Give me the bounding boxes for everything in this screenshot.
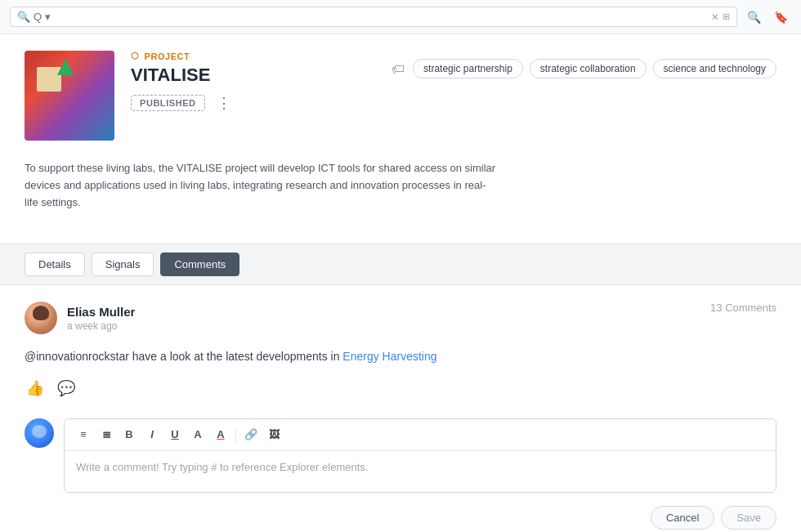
published-badge: PUBLISHED — [131, 95, 205, 111]
comment-body: @innovationrockstar have a look at the l… — [25, 347, 776, 365]
dropdown-icon[interactable]: ⊞ — [723, 11, 730, 22]
toolbar-text-color[interactable]: A — [187, 424, 208, 445]
editor-placeholder[interactable]: Write a comment! Try typing # to referen… — [65, 451, 776, 492]
main-content: ⬡ PROJECT VITALISE PUBLISHED ⋮ 🏷 strateg… — [0, 34, 801, 244]
search-bar: 🔍 ✕ ⊞ 🔍 🔖 — [0, 0, 801, 34]
toolbar-underline[interactable]: U — [164, 424, 186, 445]
project-title: VITALISE — [131, 65, 375, 86]
project-meta: PUBLISHED ⋮ — [131, 94, 375, 112]
comment-count: 13 Comments — [710, 302, 776, 314]
tags-container: 🏷 strategic partnership strategic collab… — [392, 51, 776, 78]
search-input-wrapper: 🔍 ✕ ⊞ — [10, 7, 737, 27]
comment-header: Elias Muller a week ago 13 Comments — [25, 302, 776, 334]
project-type: ⬡ PROJECT — [131, 51, 375, 61]
user-name: Elias Muller — [67, 305, 135, 319]
comment-user: Elias Muller a week ago — [25, 302, 135, 334]
user-time: a week ago — [67, 320, 135, 332]
toolbar-divider — [235, 427, 236, 442]
tag-strategic-partnership[interactable]: strategic partnership — [413, 59, 523, 78]
toolbar-numbered-list[interactable]: ≣ — [96, 424, 117, 445]
editor-footer: Cancel Save — [25, 493, 776, 530]
tag-science-technology[interactable]: science and technology — [653, 59, 776, 78]
save-button[interactable]: Save — [721, 506, 776, 530]
tab-details[interactable]: Details — [25, 253, 85, 276]
comments-section: Elias Muller a week ago 13 Comments @inn… — [0, 285, 801, 532]
like-button[interactable]: 👍 — [25, 378, 46, 399]
cancel-button[interactable]: Cancel — [651, 506, 714, 530]
search-icon: 🔍 — [17, 11, 30, 23]
energy-harvesting-link[interactable]: Energy Harvesting — [342, 350, 436, 363]
search-input[interactable] — [34, 11, 708, 23]
tag-icon: 🏷 — [392, 62, 405, 77]
toolbar-highlight-color[interactable]: A — [210, 424, 231, 445]
project-info: ⬡ PROJECT VITALISE PUBLISHED ⋮ — [131, 51, 375, 112]
clear-icon[interactable]: ✕ — [711, 11, 719, 23]
editor-toolbar: ≡ ≣ B I U A A 🔗 🖼 — [65, 419, 776, 451]
comment-editor-box: ≡ ≣ B I U A A 🔗 🖼 Write a comment! Try t… — [64, 418, 776, 493]
more-options-button[interactable]: ⋮ — [213, 94, 235, 112]
toolbar-italic[interactable]: I — [141, 424, 163, 445]
project-tags-section: 🏷 strategic partnership strategic collab… — [392, 51, 776, 78]
tabs-section: Details Signals Comments — [0, 244, 801, 285]
toolbar-link[interactable]: 🔗 — [240, 424, 262, 445]
project-type-label: PROJECT — [145, 51, 190, 61]
avatar-elias-muller — [25, 302, 57, 334]
tags-list: strategic partnership strategic collabor… — [413, 59, 776, 78]
avatar-current-user — [25, 418, 54, 448]
tab-signals[interactable]: Signals — [92, 253, 154, 276]
project-image-inner — [25, 51, 114, 141]
tab-comments[interactable]: Comments — [160, 253, 239, 276]
toolbar-bold[interactable]: B — [119, 424, 140, 445]
tag-strategic-collaboration[interactable]: strategic collaboration — [530, 59, 647, 78]
project-header: ⬡ PROJECT VITALISE PUBLISHED ⋮ 🏷 strateg… — [25, 51, 776, 141]
bookmark-icon[interactable]: 🔖 — [771, 7, 791, 27]
search-button[interactable]: 🔍 — [744, 7, 764, 27]
comment-text: @innovationrockstar have a look at the l… — [25, 350, 342, 363]
project-type-icon: ⬡ — [131, 51, 140, 61]
comment-editor-row: ≡ ≣ B I U A A 🔗 🖼 Write a comment! Try t… — [25, 418, 776, 493]
project-description: To support these living labs, the VITALI… — [25, 160, 499, 211]
toolbar-image[interactable]: 🖼 — [263, 424, 284, 445]
toolbar-bullet-list[interactable]: ≡ — [73, 424, 94, 445]
user-info: Elias Muller a week ago — [67, 305, 135, 332]
comment-actions: 👍 💬 — [25, 378, 776, 399]
project-image — [25, 51, 114, 141]
reply-button[interactable]: 💬 — [56, 378, 77, 399]
